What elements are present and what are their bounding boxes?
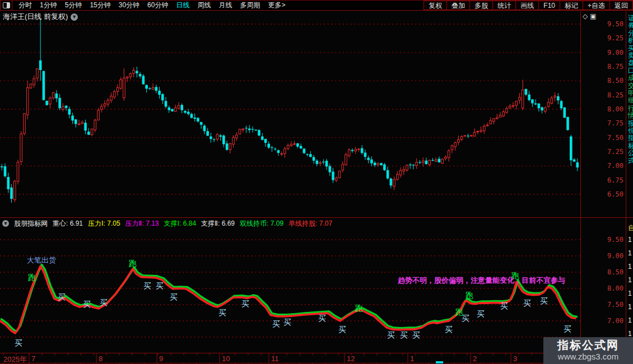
indicator-field-3: 支撑Ⅰ: 6.84 xyxy=(164,219,197,228)
buy-signal-label: 买 xyxy=(387,330,395,340)
period-tab-3[interactable]: 15分钟 xyxy=(86,1,114,10)
toolbar-button-0[interactable]: 复权 xyxy=(423,1,447,10)
toolbar-button-5[interactable]: F10 xyxy=(538,1,560,10)
period-tab-5[interactable]: 60分钟 xyxy=(143,1,172,10)
period-tab-2[interactable]: 5分钟 xyxy=(61,1,86,10)
buy-signal-label: 买 xyxy=(338,325,346,335)
indicator-field-5: 双线持币: 7.09 xyxy=(240,219,283,228)
buy-signal-label: 买 xyxy=(412,330,420,340)
buy-signal-label: 买 xyxy=(283,318,291,328)
main-candlestick-chart xyxy=(1,18,579,203)
buy-signal-label: 买 xyxy=(156,281,164,291)
clipped-sidebar-number: 1 xyxy=(628,330,632,337)
period-tab-1[interactable]: 1分钟 xyxy=(36,1,61,10)
clipped-sidebar-number: 1 xyxy=(628,236,632,243)
lower-y-label: 8.50 xyxy=(590,268,623,276)
buy-signal-label: 买 xyxy=(523,298,531,309)
panel-annotation-0: 大笔出货 xyxy=(27,255,56,265)
panel-annotation-1: 趋势不明，股价偏弱，注意量能变化，目前不宜参与 xyxy=(398,276,565,286)
buy-signal-label: 买 xyxy=(445,325,453,335)
clipped-sidebar-glyph: 分 xyxy=(628,30,633,36)
run-signal-label: 跑 xyxy=(28,273,36,283)
main-grid-lines xyxy=(0,24,580,194)
buy-signal-label: 买 xyxy=(15,338,22,348)
clipped-sidebar-glyph: 式 xyxy=(628,157,633,164)
indicator-field-4: 支撑Ⅱ: 6.69 xyxy=(201,219,235,228)
x-axis-year-label: 2025年 xyxy=(3,354,27,364)
main-y-label: 6.50 xyxy=(590,190,623,198)
clipped-sidebar-glyph: 公 xyxy=(628,150,633,156)
clipped-sidebar-glyph: 交 xyxy=(628,82,633,89)
clipped-sidebar-glyph: 盘 xyxy=(628,59,633,66)
indicator-field-1: 压力Ⅰ: 7.05 xyxy=(88,219,120,228)
sidebar-toggle-button[interactable] xyxy=(0,1,12,10)
period-tab-6[interactable]: 日线 xyxy=(172,1,193,10)
period-tab-4[interactable]: 30分钟 xyxy=(115,1,143,10)
clipped-sidebar-glyph: 析 xyxy=(628,37,633,44)
clipped-sidebar-glyph: 成 xyxy=(628,74,633,81)
lower-y-label: 9.50 xyxy=(590,236,623,244)
x-axis-month-label: 12 xyxy=(347,354,355,363)
clipped-sidebar-number: 1 xyxy=(628,317,632,324)
main-y-label: 8.25 xyxy=(590,91,623,99)
watermark-title: 指标公式网 xyxy=(543,338,633,352)
main-y-label: 6.75 xyxy=(590,176,623,184)
watermark: 指标公式网 www.zbgs3.com xyxy=(543,337,633,364)
indicator-field-2: 压力Ⅱ: 7.13 xyxy=(125,219,159,228)
lower-y-label: 8.00 xyxy=(590,284,623,292)
lower-y-label: 7.50 xyxy=(590,301,623,309)
x-axis-month-label: 9 xyxy=(159,354,163,363)
x-axis-month-label: 7 xyxy=(31,354,35,363)
clipped-sidebar-glyph: 券 xyxy=(628,22,633,29)
lower-y-label: 9.00 xyxy=(590,252,623,260)
toolbar-button-1[interactable]: 叠加 xyxy=(446,1,470,10)
main-y-label: 8.75 xyxy=(590,63,623,71)
clipped-sidebar-glyph: 卖 xyxy=(628,52,633,59)
toolbar-button-7[interactable]: +自选 xyxy=(583,1,610,10)
main-y-label: 7.00 xyxy=(590,162,623,170)
period-tab-8[interactable]: 月线 xyxy=(215,1,236,10)
clipped-sidebar-number: 1 xyxy=(628,250,632,256)
clipped-sidebar-glyph: 情 xyxy=(628,112,633,119)
toolbar-button-8[interactable]: 返回 xyxy=(609,1,633,10)
toolbar-buttons: 复权叠加多股统计画线F10标记+自选返回 xyxy=(424,1,633,10)
buy-signal-label: 买 xyxy=(143,281,151,291)
clipped-sidebar-number: 1 xyxy=(628,263,632,270)
toolbar-button-4[interactable]: 画线 xyxy=(515,1,539,10)
sidebar-toggle-icon xyxy=(3,2,10,8)
main-y-label: 7.25 xyxy=(590,148,623,156)
toolbar-button-6[interactable]: 标记 xyxy=(560,1,583,10)
period-tab-10[interactable]: 更多> xyxy=(264,1,289,10)
right-sidebar-clipped[interactable]: 证券分析买卖盘口成交明细行情报价指标公式自11111111 xyxy=(626,11,633,364)
main-y-label: 9.50 xyxy=(590,20,623,28)
x-axis-month-label: 2 xyxy=(473,354,477,363)
watermark-url: www.zbgs3.com xyxy=(543,352,633,362)
main-y-label: 9.25 xyxy=(590,34,623,42)
period-tab-0[interactable]: 分时 xyxy=(15,1,36,10)
main-y-label: 8.00 xyxy=(590,105,623,113)
chevron-down-icon[interactable]: ▼ xyxy=(71,13,78,21)
chevron-down-icon[interactable]: ▼ xyxy=(2,220,9,227)
period-tab-7[interactable]: 周线 xyxy=(193,1,215,10)
chart-canvas[interactable] xyxy=(0,0,633,364)
clipped-sidebar-glyph: 报 xyxy=(628,120,633,127)
clipped-sidebar-number: 1 xyxy=(628,290,632,297)
toolbar-button-3[interactable]: 统计 xyxy=(492,1,516,10)
period-tab-9[interactable]: 多周期 xyxy=(236,1,264,10)
run-signal-label: 跑 xyxy=(455,307,463,318)
x-axis-month-label: 1 xyxy=(410,354,414,363)
buy-signal-label: 买 xyxy=(100,298,108,308)
chart-title-row: 海洋王(日线 前复权) ▼ xyxy=(3,12,78,22)
clipped-sidebar-number: 1 xyxy=(628,277,632,283)
clipped-sidebar-glyph: 明 xyxy=(628,90,633,96)
buy-signal-label: 买 xyxy=(540,296,548,306)
buy-signal-label: 买 xyxy=(477,309,485,319)
toolbar-button-2[interactable]: 多股 xyxy=(469,1,493,10)
chart-corner-tools[interactable]: ◇▣ xyxy=(583,12,599,20)
buy-signal-label: 买 xyxy=(272,319,280,329)
clipped-sidebar-glyph: 价 xyxy=(628,127,633,134)
top-toolbar: 分时1分钟5分钟15分钟30分钟60分钟日线周线月线多周期更多> 复权叠加多股统… xyxy=(0,0,633,11)
main-y-label: 7.75 xyxy=(590,119,623,127)
indicator-field-0: 重心: 6.91 xyxy=(53,219,83,228)
buy-signal-label: 买 xyxy=(500,301,508,311)
